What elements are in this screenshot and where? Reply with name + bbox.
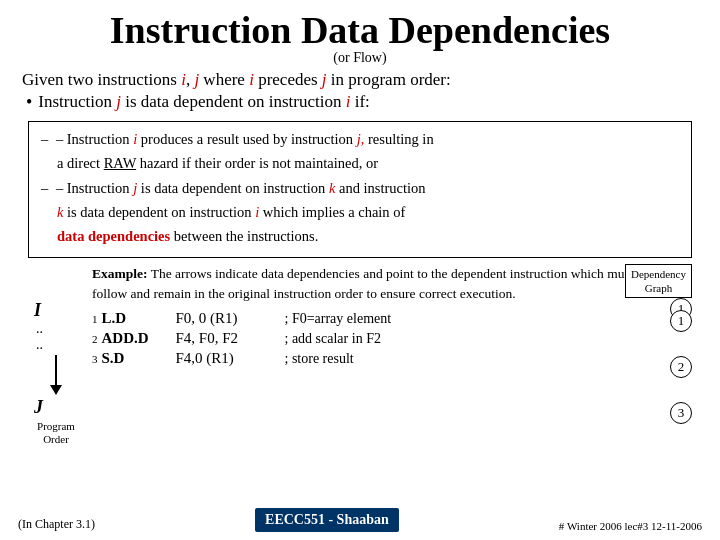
given-precedes: precedes (258, 70, 317, 89)
bullet-rest: is data dependent on instruction (125, 92, 341, 111)
example-area: I .. .. J ProgramOrder Dependency Graph … (28, 264, 692, 446)
example-body: The arrows indicate data dependencies an… (92, 266, 634, 301)
arrow-head (50, 385, 62, 395)
title-text: Instruction Data Dependencies (110, 9, 610, 51)
dep-graph-box: Dependency Graph (625, 264, 692, 299)
bullet-instruction: Instruction (38, 92, 112, 111)
dash-2: – (41, 180, 48, 196)
dep-graph-line2: Graph (645, 282, 673, 294)
box-line1d: a direct (57, 155, 100, 171)
program-order-label: ProgramOrder (37, 420, 75, 446)
bullet-if: if: (355, 92, 370, 111)
slide: Instruction Data Dependencies (or Flow) … (0, 0, 720, 540)
box-line2b: is data dependent on instruction (141, 180, 325, 196)
given-i2: i (249, 70, 254, 89)
info-line-2c: data dependencies between the instructio… (41, 226, 679, 248)
circle-instr-1-label: 1 (678, 313, 685, 329)
main-title: Instruction Data Dependencies (18, 10, 702, 52)
box-line1e: hazard if their order is not maintained,… (140, 155, 378, 171)
dots-2: .. (36, 337, 43, 353)
bottom-bar: (In Chapter 3.1) EECC551 - Shaaban # Win… (0, 508, 720, 532)
box-line1-j: j, (357, 131, 365, 147)
instr-num-1: 1 (92, 313, 98, 325)
box-line2g: between the instructions. (174, 228, 319, 244)
given-j: j (194, 70, 199, 89)
chapter-ref: (In Chapter 3.1) (18, 517, 95, 532)
dash-1: – (41, 131, 48, 147)
eecc-badge: EECC551 - Shaaban (255, 508, 399, 532)
arrow (50, 355, 62, 395)
left-section: I .. .. J ProgramOrder (28, 300, 84, 446)
info-box: – – Instruction i produces a result used… (28, 121, 692, 258)
given-where: where (203, 70, 245, 89)
given-comma: , (186, 70, 190, 89)
right-section: Dependency Graph 1 Example: The arrows i… (92, 264, 692, 446)
subtitle-text: (or Flow) (333, 50, 386, 65)
instr-comment-1: ; F0=array element (285, 311, 392, 327)
box-line2e: which implies a chain of (263, 204, 406, 220)
bullet-line: • Instruction j is data dependent on ins… (26, 92, 702, 113)
box-line1b: produces a result used by instruction (141, 131, 353, 147)
given-line: Given two instructions i, j where i prec… (22, 70, 702, 90)
info-line-2: – – Instruction j is data dependent on i… (41, 178, 679, 200)
table-row: 3 S.D F4,0 (R1) ; store result 3 (92, 350, 692, 367)
table-row: 2 ADD.D F4, F0, F2 ; add scalar in F2 2 (92, 330, 692, 347)
dots-1: .. (36, 321, 43, 337)
arrow-line (55, 355, 57, 385)
instr-operands-2: F4, F0, F2 (176, 330, 281, 347)
instr-num-3: 3 (92, 353, 98, 365)
given-j2: j (322, 70, 327, 89)
circle-instr-3: 3 (670, 402, 692, 424)
instr-mnemonic-2: ADD.D (102, 330, 172, 347)
version-label: # Winter 2006 lec#3 12-11-2006 (559, 520, 702, 532)
box-line2c: and instruction (339, 180, 426, 196)
title-area: Instruction Data Dependencies (or Flow) (18, 10, 702, 66)
instr-operands-1: F0, 0 (R1) (176, 310, 281, 327)
box-line2-k: k (329, 180, 335, 196)
j-label: J (34, 397, 43, 418)
instr-mnemonic-3: S.D (102, 350, 172, 367)
circle-instr-3-label: 3 (678, 405, 685, 421)
instr-operands-3: F4,0 (R1) (176, 350, 281, 367)
box-line1c: resulting in (368, 131, 434, 147)
instr-mnemonic-1: L.D (102, 310, 172, 327)
box-line2f: data dependencies (57, 228, 170, 244)
box-line1a: – Instruction (56, 131, 130, 147)
table-row: 1 L.D F0, 0 (R1) ; F0=array element 1 (92, 310, 692, 327)
bullet-j: j (116, 92, 121, 111)
bullet-i: i (346, 92, 351, 111)
box-line2d: is data dependent on instruction (67, 204, 251, 220)
example-label: Example: (92, 266, 148, 281)
example-text: Example: The arrows indicate data depend… (92, 264, 692, 305)
info-line-1: – – Instruction i produces a result used… (41, 129, 679, 151)
box-line2-j: j (133, 180, 137, 196)
info-line-1b: a direct RAW hazard if their order is no… (41, 153, 679, 175)
box-line1-raw: RAW (104, 155, 136, 171)
dep-graph-line1: Dependency (631, 268, 686, 280)
instr-num-2: 2 (92, 333, 98, 345)
box-line2a: – Instruction (56, 180, 130, 196)
subtitle: (or Flow) (18, 50, 702, 66)
given-prefix: Given two instructions (22, 70, 177, 89)
info-line-2b: k is data dependent on instruction i whi… (41, 202, 679, 224)
instructions-table: 1 L.D F0, 0 (R1) ; F0=array element 1 2 … (92, 310, 692, 367)
instr-comment-2: ; add scalar in F2 (285, 331, 381, 347)
given-suffix: in program order: (331, 70, 451, 89)
box-line2-i: i (255, 204, 259, 220)
instr-comment-3: ; store result (285, 351, 354, 367)
box-line2-k2: k (57, 204, 63, 220)
circle-instr-1: 1 (670, 310, 692, 332)
bullet-symbol: • (26, 92, 32, 113)
box-line1-i: i (133, 131, 137, 147)
i-label: I (34, 300, 41, 321)
